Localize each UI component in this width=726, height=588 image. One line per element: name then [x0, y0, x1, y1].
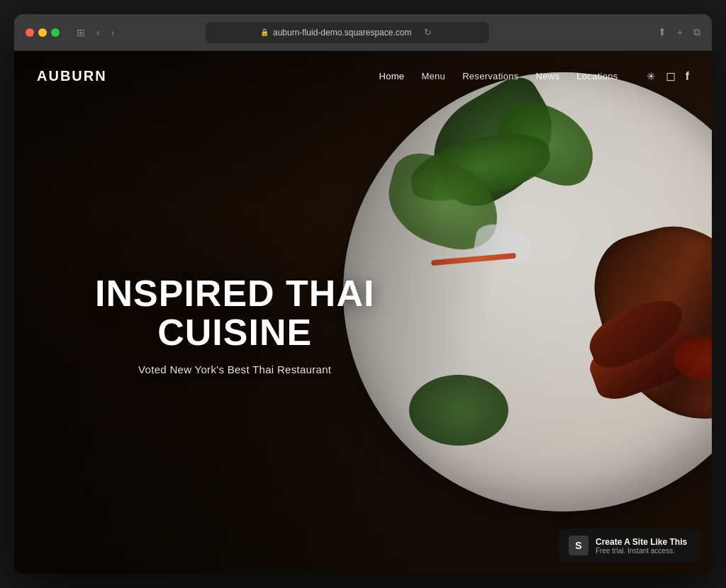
navigation: AUBURN Home Menu Reservations News Locat… — [14, 51, 712, 101]
squarespace-icon: S — [569, 536, 588, 555]
share-icon[interactable]: ⬆ — [658, 26, 666, 39]
website-content: AUBURN Home Menu Reservations News Locat… — [14, 51, 712, 574]
yelp-icon[interactable]: ✳ — [647, 70, 656, 83]
close-button[interactable] — [26, 28, 34, 37]
browser-controls: ⊞ ‹ › — [74, 26, 117, 40]
nav-menu[interactable]: Menu — [421, 71, 445, 81]
cta-subtitle: Free trial. Instant access. — [596, 547, 687, 555]
instagram-icon[interactable]: ◻ — [666, 69, 676, 84]
facebook-icon[interactable]: f — [686, 70, 689, 83]
social-links: ✳ ◻ f — [647, 69, 689, 84]
nav-home[interactable]: Home — [379, 71, 405, 81]
sidebar-toggle-icon[interactable]: ⊞ — [74, 26, 88, 40]
tab-overview-icon[interactable]: ⧉ — [693, 26, 700, 39]
cta-text: Create A Site Like This Free trial. Inst… — [596, 537, 687, 555]
back-icon[interactable]: ‹ — [94, 26, 103, 40]
refresh-icon[interactable]: ↻ — [421, 26, 435, 39]
nav-locations[interactable]: Locations — [576, 71, 618, 81]
hero-title-line2: CUISINE — [157, 312, 312, 353]
new-tab-icon[interactable]: ＋ — [675, 26, 685, 39]
nav-reservations[interactable]: Reservations — [462, 71, 518, 81]
browser-chrome: ⊞ ‹ › 🔒 auburn-fluid-demo.squarespace.co… — [14, 14, 712, 51]
site-logo[interactable]: AUBURN — [37, 68, 107, 84]
maximize-button[interactable] — [51, 28, 60, 37]
cta-banner[interactable]: S Create A Site Like This Free trial. In… — [559, 528, 700, 562]
hero-content: INSPIRED THAI CUISINE Voted New York's B… — [37, 274, 432, 375]
hero-title: INSPIRED THAI CUISINE — [37, 274, 432, 351]
hero-subtitle: Voted New York's Best Thai Restaurant — [37, 363, 432, 375]
url-text: auburn-fluid-demo.squarespace.com — [273, 28, 411, 38]
nav-links: Home Menu Reservations News Locations ✳ … — [379, 69, 690, 84]
browser-actions: ⬆ ＋ ⧉ — [658, 26, 700, 39]
nav-news[interactable]: News — [536, 71, 560, 81]
address-bar[interactable]: 🔒 auburn-fluid-demo.squarespace.com ↻ — [206, 22, 489, 43]
minimize-button[interactable] — [38, 28, 47, 37]
forward-icon[interactable]: › — [108, 26, 118, 40]
lock-icon: 🔒 — [260, 28, 269, 36]
traffic-lights — [26, 28, 60, 37]
hero-title-line1: INSPIRED THAI — [95, 273, 374, 314]
browser-window: ⊞ ‹ › 🔒 auburn-fluid-demo.squarespace.co… — [14, 14, 712, 574]
cta-title: Create A Site Like This — [596, 537, 687, 547]
